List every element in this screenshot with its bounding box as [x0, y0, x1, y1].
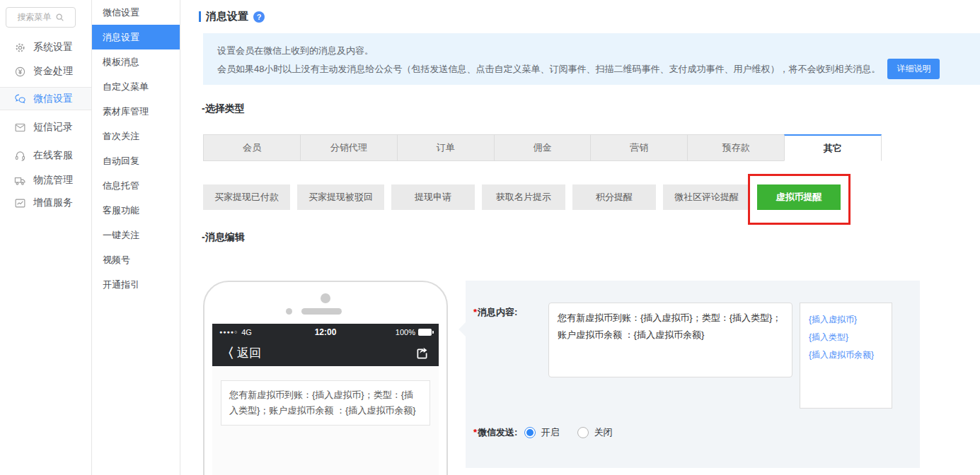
tab-member[interactable]: 会员	[203, 134, 301, 161]
sidebar-item-system-settings[interactable]: 系统设置	[0, 37, 91, 58]
chevron-left-icon: 〈	[221, 344, 234, 363]
message-content-textarea[interactable]: 您有新虚拟币到账：{插入虚拟币}；类型：{插入类型}；账户虚拟币余额 ：{插入虚…	[548, 303, 792, 377]
headset-icon	[14, 150, 26, 162]
radio-on-label[interactable]: 开启	[541, 426, 559, 439]
notice-banner: 设置会员在微信上收到的消息及内容。 会员如果48小时以上没有主动发消息给公众号（…	[203, 33, 980, 85]
tab-distribution-agent[interactable]: 分销代理	[300, 134, 398, 161]
submenu-item-video-account[interactable]: 视频号	[92, 247, 180, 272]
detail-info-button[interactable]: 详细说明	[887, 59, 940, 79]
notice-line1: 设置会员在微信上收到的消息及内容。	[217, 42, 969, 59]
main-content: 消息设置 ? 设置会员在微信上收到的消息及内容。 会员如果48小时以上没有主动发…	[180, 0, 980, 475]
phone-speaker-bar	[301, 308, 342, 315]
sidebar-item-label: 短信记录	[33, 121, 73, 134]
sidebar-item-label: 微信设置	[33, 93, 73, 105]
sidebar-item-logistics[interactable]: 物流管理	[0, 170, 91, 191]
submenu-item-custom-menu[interactable]: 自定义菜单	[92, 74, 180, 99]
share-icon[interactable]	[414, 346, 430, 360]
sidebar-item-label: 增值服务	[33, 197, 73, 209]
title-accent-bar	[199, 11, 201, 22]
insert-virtual-currency-link[interactable]: {插入虚拟币}	[809, 311, 883, 329]
submenu-item-template-messages[interactable]: 模板消息	[92, 49, 180, 74]
type-button-virtual-currency[interactable]: 虚拟币提醒	[757, 184, 841, 210]
yen-circle-icon	[14, 66, 26, 78]
chart-icon	[14, 197, 26, 209]
phone-nav-bar: 〈 返回	[212, 340, 439, 366]
message-content-label: *消息内容:	[473, 306, 517, 319]
notice-line2: 会员如果48小时以上没有主动发消息给公众号（包括发送信息、点击自定义菜单、订阅事…	[217, 59, 969, 79]
gear-icon	[14, 42, 26, 54]
type-button-withdraw-apply[interactable]: 提现申请	[391, 184, 475, 210]
sidebar-item-label: 资金处理	[33, 65, 73, 78]
submenu-item-wechat-settings[interactable]: 微信设置	[92, 0, 180, 25]
wechat-icon	[14, 93, 26, 105]
battery-icon	[418, 329, 432, 336]
submenu-item-activation-guide[interactable]: 开通指引	[92, 272, 180, 297]
phone-screen: ●●●●○ 4G 12:00 100% 〈 返回 您有新虚拟币到账：{插入虚拟币…	[212, 324, 439, 475]
tab-prepaid[interactable]: 预存款	[687, 134, 785, 161]
phone-preview: ●●●●○ 4G 12:00 100% 〈 返回 您有新虚拟币到账：{插入虚拟币…	[203, 281, 448, 475]
radio-off[interactable]	[577, 427, 589, 438]
primary-sidebar: 搜索菜单 系统设置 资金处理 微信设置 短信记录 在线客服 物流管理 增值服务	[0, 0, 92, 475]
truck-icon	[14, 175, 26, 187]
search-icon	[55, 13, 64, 22]
submenu-item-auto-reply[interactable]: 自动回复	[92, 148, 180, 173]
back-button[interactable]: 〈 返回	[221, 344, 261, 363]
tab-other[interactable]: 其它	[784, 134, 882, 161]
message-edit-panel: *消息内容: 您有新虚拟币到账：{插入虚拟币}；类型：{插入类型}；账户虚拟币余…	[466, 281, 920, 468]
phone-camera-dot	[321, 293, 330, 303]
envelope-icon	[14, 122, 26, 134]
insert-variables-panel: {插入虚拟币} {插入类型} {插入虚拟币余额}	[800, 303, 892, 409]
sidebar-item-online-service[interactable]: 在线客服	[0, 145, 91, 166]
type-button-community-comment[interactable]: 微社区评论提醒	[663, 184, 750, 210]
type-button-withdraw-paid[interactable]: 买家提现已付款	[203, 184, 290, 210]
submenu-item-service-functions[interactable]: 客服功能	[92, 198, 180, 223]
required-mark: *	[473, 307, 477, 317]
phone-message-preview: 您有新虚拟币到账：{插入虚拟币}；类型：{插入类型}；账户虚拟币余额 ：{插入虚…	[221, 380, 430, 426]
type-button-points-reminder[interactable]: 积分提醒	[572, 184, 656, 210]
tab-marketing[interactable]: 营销	[590, 134, 688, 161]
search-placeholder: 搜索菜单	[18, 11, 52, 23]
wechat-send-field: *微信发送: 开启 关闭	[473, 426, 612, 439]
insert-balance-link[interactable]: {插入虚拟币余额}	[809, 346, 883, 364]
type-tabs: 会员 分销代理 订单 佣金 营销 预存款 其它	[203, 134, 882, 161]
sidebar-item-label: 系统设置	[33, 41, 73, 54]
message-type-buttons: 买家提现已付款 买家提现被驳回 提现申请 获取名片提示 积分提醒 微社区评论提醒…	[203, 184, 841, 210]
tab-order[interactable]: 订单	[397, 134, 495, 161]
phone-sensor-dot	[286, 308, 292, 315]
tab-commission[interactable]: 佣金	[494, 134, 592, 161]
secondary-sidebar: 微信设置 消息设置 模板消息 自定义菜单 素材库管理 首次关注 自动回复 信息托…	[92, 0, 180, 475]
sidebar-item-funds[interactable]: 资金处理	[0, 61, 91, 82]
back-label: 返回	[237, 345, 261, 361]
wechat-send-label: *微信发送:	[473, 426, 517, 439]
sidebar-item-label: 在线客服	[33, 149, 73, 162]
message-edit-section-label: -消息编辑	[202, 231, 245, 244]
page-title: 消息设置	[206, 10, 248, 23]
submenu-item-message-settings[interactable]: 消息设置	[92, 25, 180, 49]
submenu-item-info-hosting[interactable]: 信息托管	[92, 173, 180, 198]
submenu-item-one-key-follow[interactable]: 一键关注	[92, 223, 180, 247]
search-input[interactable]: 搜索菜单	[6, 7, 76, 28]
sidebar-item-value-added[interactable]: 增值服务	[0, 192, 91, 213]
radio-off-label[interactable]: 关闭	[594, 426, 612, 439]
type-button-withdraw-rejected[interactable]: 买家提现被驳回	[297, 184, 384, 210]
insert-type-link[interactable]: {插入类型}	[809, 329, 883, 346]
submenu-item-media-library[interactable]: 素材库管理	[92, 99, 180, 124]
signal-dots-icon: ●●●●○	[219, 329, 238, 334]
submenu-item-first-follow[interactable]: 首次关注	[92, 124, 180, 148]
clock-label: 12:00	[283, 327, 368, 337]
sidebar-item-label: 物流管理	[33, 174, 73, 187]
sidebar-item-wechat-settings[interactable]: 微信设置	[0, 87, 91, 110]
sidebar-item-sms-records[interactable]: 短信记录	[0, 117, 91, 138]
panel-arrow-notch	[459, 322, 473, 336]
network-label: 4G	[241, 328, 252, 336]
phone-status-bar: ●●●●○ 4G 12:00 100%	[212, 324, 439, 340]
radio-on[interactable]	[524, 427, 536, 438]
type-button-get-card-tip[interactable]: 获取名片提示	[482, 184, 565, 210]
battery-percent-label: 100%	[396, 328, 415, 336]
select-type-section-label: -选择类型	[202, 102, 245, 115]
question-circle-icon[interactable]: ?	[253, 11, 265, 23]
